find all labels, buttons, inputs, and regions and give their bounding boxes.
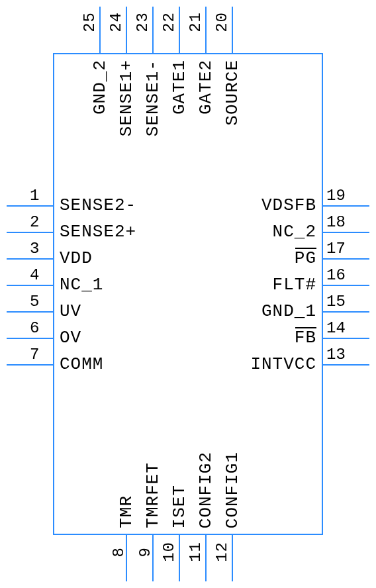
pin-stub — [7, 258, 53, 260]
pin-label: OV — [60, 328, 81, 348]
pin-label: SENSE1+ — [117, 60, 136, 136]
pin-label: SENSE2- — [60, 195, 136, 215]
pin-stub — [7, 285, 53, 286]
pin-label: PG — [295, 248, 316, 268]
pin-stub — [126, 7, 127, 53]
pin-stub — [7, 338, 53, 339]
pin-stub — [152, 7, 154, 53]
pin-label: GATE1 — [169, 60, 189, 115]
pin-label: UV — [60, 301, 81, 321]
pin-stub — [205, 7, 207, 53]
pin-stub — [232, 7, 233, 53]
pin-number: 2 — [30, 213, 39, 231]
pin-stub — [7, 205, 53, 207]
pin-label: GND_2 — [90, 60, 110, 115]
pin-label: CONFIG2 — [196, 452, 216, 528]
pin-number: 10 — [160, 542, 178, 562]
pin-number: 1 — [30, 187, 39, 205]
pin-number: 21 — [187, 12, 205, 32]
pin-number: 22 — [160, 12, 178, 32]
pin-stub — [323, 258, 369, 260]
pin-number: 18 — [326, 213, 346, 231]
pin-label: FLT# — [273, 275, 316, 295]
pin-number: 9 — [136, 547, 154, 557]
pin-stub — [323, 205, 369, 207]
pin-number: 4 — [30, 266, 39, 284]
pin-number: 13 — [326, 346, 346, 364]
pin-number: 20 — [213, 12, 231, 32]
pin-label: INTVCC — [250, 354, 316, 374]
pin-number: 19 — [326, 187, 346, 205]
pin-stub — [323, 232, 369, 233]
pin-stub — [205, 535, 207, 581]
pin-stub — [323, 311, 369, 313]
pin-number: 11 — [187, 542, 205, 562]
pin-label: TMR — [117, 495, 136, 528]
pin-label: CONFIG1 — [222, 452, 242, 528]
pin-stub — [179, 7, 180, 53]
pin-label: COMM — [60, 354, 103, 374]
pin-number: 7 — [30, 346, 39, 364]
pin-label: SOURCE — [222, 60, 242, 126]
pin-number: 16 — [326, 266, 346, 284]
pin-number: 3 — [30, 240, 39, 258]
pin-number: 17 — [326, 240, 346, 258]
pin-stub — [99, 7, 101, 53]
pin-number: 25 — [81, 12, 99, 32]
pin-stub — [323, 364, 369, 366]
pin-stub — [7, 232, 53, 233]
pin-label: GATE2 — [196, 60, 216, 115]
pin-stub — [323, 285, 369, 286]
pin-stub — [152, 535, 154, 581]
pin-label: TMRFET — [143, 462, 163, 528]
pin-number: 24 — [107, 12, 125, 32]
pin-label: GND_1 — [261, 301, 316, 321]
pin-stub — [7, 364, 53, 366]
pin-stub — [126, 535, 127, 581]
pin-label: NC_1 — [60, 275, 103, 295]
pin-label: NC_2 — [273, 222, 316, 242]
pin-number: 8 — [110, 547, 128, 557]
pin-number: 14 — [326, 319, 346, 337]
pin-number: 15 — [326, 293, 346, 311]
pin-number: 23 — [134, 12, 152, 32]
pin-label: VDSFB — [261, 195, 316, 215]
pin-stub — [179, 535, 180, 581]
pin-label: SENSE2+ — [60, 222, 136, 242]
overline — [295, 327, 316, 328]
pin-number: 12 — [213, 542, 231, 562]
pin-stub — [7, 311, 53, 313]
pin-label: FB — [295, 328, 316, 348]
pin-label: VDD — [60, 248, 93, 268]
pin-number: 6 — [30, 319, 39, 337]
pin-label: ISET — [169, 485, 189, 528]
pin-stub — [232, 535, 233, 581]
overline — [295, 248, 316, 249]
pin-label: SENSE1- — [143, 60, 163, 136]
pin-number: 5 — [30, 293, 39, 311]
pin-stub — [323, 338, 369, 339]
